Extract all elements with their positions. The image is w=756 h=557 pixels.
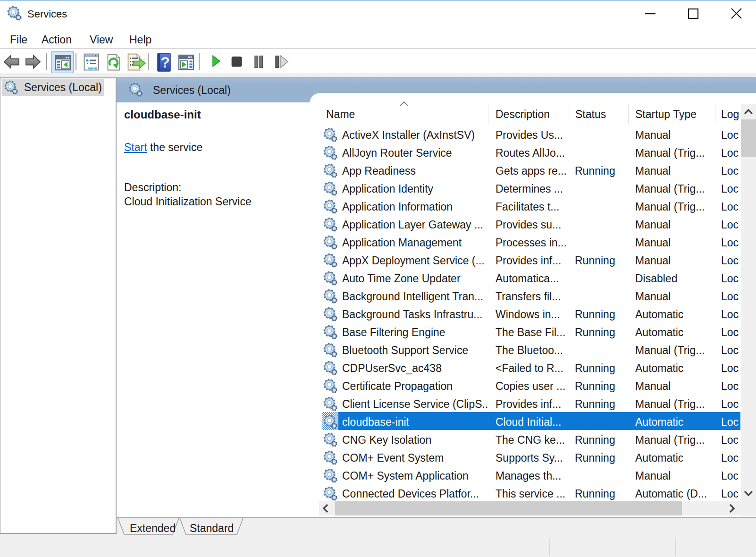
- svg-text:?: ?: [160, 54, 170, 71]
